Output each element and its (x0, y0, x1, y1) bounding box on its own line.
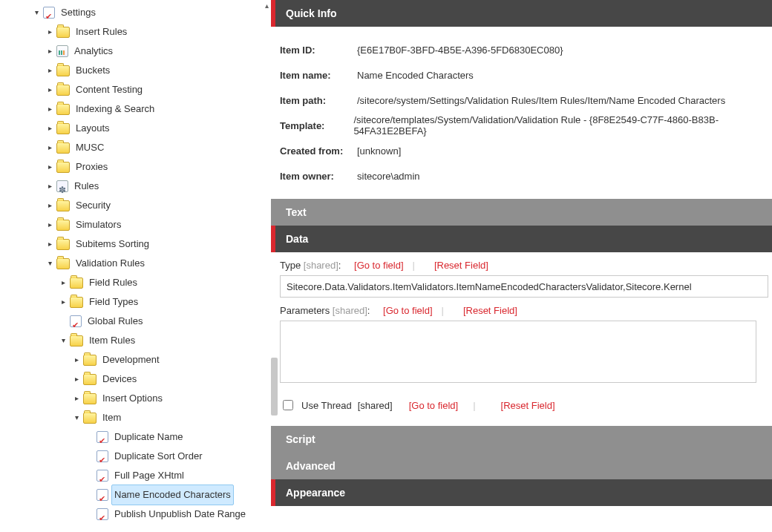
tree-node-validation-rules[interactable]: ▾ Validation Rules (46, 254, 264, 273)
tree-node-content-testing[interactable]: ▸Content Testing (46, 80, 264, 99)
tree-node-analytics[interactable]: ▸Analytics (46, 42, 264, 61)
tree-label: Duplicate Name (111, 427, 186, 447)
tree-node-full-page-xhtml[interactable]: Full Page XHtml (86, 466, 264, 485)
arrow-right-icon[interactable]: ▸ (46, 138, 53, 157)
quick-info-fields: Item ID:{E6E17B0F-3BFD-4B5E-A396-5FD6830… (271, 27, 772, 199)
checkbox-use-thread[interactable] (283, 400, 293, 410)
tree-node-field-rules[interactable]: ▸Field Rules (59, 273, 264, 292)
arrow-right-icon[interactable]: ▸ (59, 273, 67, 292)
value-item-path: /sitecore/system/Settings/Validation Rul… (357, 95, 725, 106)
link-reset-field[interactable]: [Reset Field] (463, 305, 517, 316)
tree-node-name-encoded-characters[interactable]: Name Encoded Characters (86, 485, 264, 505)
folder-icon (56, 200, 70, 211)
rule-icon (96, 470, 108, 482)
scrollbar-thumb[interactable] (271, 358, 278, 416)
tree-label: Content Testing (73, 80, 145, 99)
tree-node-proxies[interactable]: ▸Proxies (46, 157, 264, 177)
tree-label: Buckets (73, 61, 113, 80)
link-reset-field[interactable]: [Reset Field] (501, 400, 555, 411)
link-go-to-field[interactable]: [Go to field] (383, 305, 432, 316)
folder-icon (56, 258, 70, 269)
folder-icon (56, 239, 70, 250)
folder-icon (56, 85, 70, 96)
section-text[interactable]: Text (271, 199, 772, 226)
tree-node-publish-unpublish-range[interactable]: Publish Unpublish Date Range (86, 505, 264, 524)
splitter[interactable]: ▴ (264, 0, 271, 532)
arrow-right-icon[interactable]: ▸ (46, 99, 53, 119)
link-go-to-field[interactable]: [Go to field] (409, 400, 458, 411)
tree-label: Duplicate Sort Order (111, 447, 206, 466)
tree-node-rules[interactable]: ▸Rules (46, 177, 264, 196)
arrow-right-icon[interactable]: ▸ (46, 42, 53, 61)
section-quick-info[interactable]: Quick Info (271, 0, 772, 27)
tree-label: Validation Rules (73, 254, 148, 273)
tree-node-field-types[interactable]: ▸Field Types (59, 292, 264, 312)
tree-label: Indexing & Search (73, 99, 157, 119)
link-go-to-field[interactable]: [Go to field] (354, 260, 403, 271)
tree-label: Item (99, 408, 124, 427)
tree-node-indexing-search[interactable]: ▸Indexing & Search (46, 99, 264, 119)
arrow-right-icon[interactable]: ▸ (46, 215, 53, 234)
arrow-down-icon[interactable]: ▾ (33, 3, 40, 22)
value-item-id: {E6E17B0F-3BFD-4B5E-A396-5FD6830EC080} (357, 45, 563, 56)
tree-node-insert-rules[interactable]: ▸Insert Rules (46, 22, 264, 42)
tree-node-development[interactable]: ▸Development (73, 350, 264, 370)
tree-label: Field Types (86, 292, 141, 312)
arrow-right-icon[interactable]: ▸ (73, 389, 80, 408)
link-reset-field[interactable]: [Reset Field] (434, 260, 488, 271)
arrow-down-icon[interactable]: ▾ (73, 408, 80, 427)
caret-up-icon[interactable]: ▴ (265, 1, 269, 10)
tree-node-duplicate-sort-order[interactable]: Duplicate Sort Order (86, 447, 264, 466)
arrow-right-icon[interactable]: ▸ (73, 350, 80, 370)
section-data[interactable]: Data (271, 226, 772, 252)
tree-label: Subitems Sorting (73, 234, 152, 254)
shared-tag: [shared] (358, 400, 393, 411)
folder-icon (56, 220, 70, 231)
arrow-right-icon[interactable]: ▸ (46, 177, 53, 196)
arrow-right-icon[interactable]: ▸ (46, 61, 53, 80)
tree-label: Development (99, 350, 163, 370)
folder-icon (56, 104, 70, 115)
field-name-parameters: Parameters (280, 305, 330, 316)
tree-node-simulators[interactable]: ▸Simulators (46, 215, 264, 234)
arrow-right-icon[interactable]: ▸ (46, 80, 53, 99)
folder-icon (70, 278, 83, 289)
arrow-right-icon[interactable]: ▸ (46, 119, 53, 138)
tree-node-subitems-sorting[interactable]: ▸Subitems Sorting (46, 234, 264, 254)
arrow-right-icon[interactable]: ▸ (46, 157, 53, 177)
tree-node-security[interactable]: ▸Security (46, 196, 264, 215)
section-script[interactable]: Script (271, 426, 772, 453)
folder-icon (56, 162, 70, 173)
section-advanced[interactable]: Advanced (271, 453, 772, 479)
value-template: /sitecore/templates/System/Validation/Va… (353, 114, 772, 137)
tree-node-item-rules[interactable]: ▾ Item Rules (59, 331, 264, 350)
label-item-name: Item name: (280, 70, 357, 81)
tree-node-settings[interactable]: ▾ Settings (33, 3, 264, 22)
field-use-thread: Use Thread [shared] [Go to field]|[Reset… (280, 398, 772, 413)
tree-node-duplicate-name[interactable]: Duplicate Name (86, 427, 264, 447)
section-appearance[interactable]: Appearance (271, 479, 772, 506)
label-item-id: Item ID: (280, 45, 357, 56)
arrow-down-icon[interactable]: ▾ (59, 331, 67, 350)
folder-icon (56, 65, 70, 76)
tree-node-buckets[interactable]: ▸Buckets (46, 61, 264, 80)
input-type[interactable] (280, 275, 768, 298)
chart-icon (56, 45, 68, 57)
input-parameters[interactable] (280, 321, 756, 383)
label-item-path: Item path: (280, 95, 357, 106)
tree-node-musc[interactable]: ▸MUSC (46, 138, 264, 157)
tree-node-global-rules[interactable]: Global Rules (59, 312, 264, 331)
tree-node-devices[interactable]: ▸Devices (73, 370, 264, 389)
arrow-right-icon[interactable]: ▸ (73, 370, 80, 389)
arrow-down-icon[interactable]: ▾ (46, 254, 53, 273)
shared-tag: [shared] (330, 305, 367, 316)
arrow-right-icon[interactable]: ▸ (59, 292, 67, 312)
arrow-right-icon[interactable]: ▸ (46, 196, 53, 215)
tree-node-item[interactable]: ▾ Item (73, 408, 264, 427)
tree-node-insert-options[interactable]: ▸Insert Options (73, 389, 264, 408)
arrow-right-icon[interactable]: ▸ (46, 234, 53, 254)
content-tree[interactable]: ▾ Settings ▸Insert Rules ▸Analytics ▸Buc… (0, 0, 264, 532)
tree-label: MUSC (73, 138, 107, 157)
field-name-use-thread: Use Thread (301, 400, 352, 411)
tree-node-layouts[interactable]: ▸Layouts (46, 119, 264, 138)
